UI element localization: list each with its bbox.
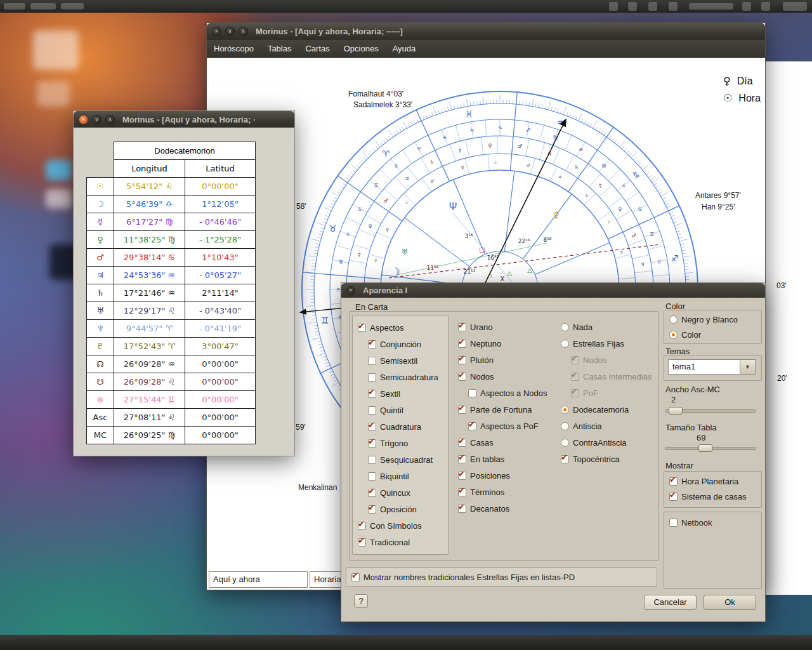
checkbox-casas[interactable]: ✔ [458,439,466,447]
radio-negro-y-blanco[interactable] [669,315,678,324]
checkbox-urano[interactable]: ✔ [458,323,466,331]
checkbox-neptuno[interactable]: ✔ [458,340,466,348]
option-quintil[interactable]: Quintil [353,402,448,418]
radio-estrellas-fijas[interactable] [561,340,569,348]
option-mostrar-nombres-tradicionales-estrellas-fijas-en-listas-pd[interactable]: ✔Mostrar nombres tradicionales Estrellas… [346,569,657,585]
option-decanatos[interactable]: ✔Decanatos [453,500,547,517]
option-antiscia[interactable]: Antiscia [556,418,652,434]
option-posiciones[interactable]: ✔Posiciones [453,467,547,484]
checkbox-sesquicuadrat[interactable] [368,456,376,464]
checkbox-pof[interactable]: ✔ [571,389,579,397]
option-aspectos[interactable]: ✔Aspectos [353,319,448,336]
checkbox-nodos[interactable]: ✔ [571,356,579,364]
checkbox-oposicion[interactable]: ✔ [368,505,376,514]
tamano-slider-handle[interactable] [698,444,712,452]
option-hora-planetaria[interactable]: ✔Hora Planetaria [664,474,761,489]
tray-icon[interactable] [742,2,751,11]
checkbox-en-tablas[interactable]: ✔ [458,455,466,463]
checkbox-terminos[interactable]: ✔ [458,488,466,496]
radio-nada[interactable] [561,323,569,331]
checkbox-aspectos-a-nodos[interactable] [468,389,476,397]
chevron-down-icon[interactable]: ▼ [740,359,756,375]
radio-dodecatemoria[interactable] [561,406,569,414]
option-aspectos-a-pof[interactable]: ✔Aspectos a PoF [453,418,547,434]
cancel-button[interactable]: Cancelar [644,595,697,610]
radio-contraantiscia[interactable] [561,439,569,447]
option-con-simbolos[interactable]: ✔Con Símbolos [353,517,448,534]
minimize-button[interactable]: ∨ [92,115,102,124]
checkbox-aspectos[interactable]: ✔ [358,324,366,332]
option-sistema-de-casas[interactable]: ✔Sistema de casas [664,489,761,504]
option-biquintil[interactable]: Biquintil [353,468,448,484]
minimize-button[interactable]: ∨ [225,27,235,36]
checkbox-sistema-de-casas[interactable]: ✔ [669,493,678,501]
option-sextil[interactable]: ✔Sextil [353,385,448,402]
option-nada[interactable]: Nada [556,319,652,335]
checkbox-posiciones[interactable]: ✔ [458,472,466,480]
checkbox-quintil[interactable] [368,406,376,415]
maximize-button[interactable]: ∧ [105,115,115,124]
option-en-tablas[interactable]: ✔En tablas [453,451,547,467]
tray-icon[interactable] [669,2,678,11]
option-conjuncion[interactable]: ✔Conjunción [353,336,448,352]
checkbox-biquintil[interactable] [368,472,376,481]
option-casas[interactable]: ✔Casas [453,434,547,451]
panel-menu-item[interactable] [4,3,25,10]
checkbox-casas-intermedias[interactable]: ✔ [571,373,579,381]
option-semicuadratura[interactable]: Semicuadratura [353,369,448,385]
ok-button[interactable]: Ok [704,595,756,610]
checkbox-topocentrica[interactable]: ✔ [561,455,569,463]
checkbox-trigono[interactable]: ✔ [368,439,376,448]
menu-cartas[interactable]: Cartas [298,40,336,58]
option-oposicion[interactable]: ✔Oposición [353,501,448,517]
status-field-location[interactable]: Aquí y ahora [209,571,308,588]
checkbox-decanatos[interactable]: ✔ [458,505,466,513]
checkbox-semisextil[interactable] [368,357,376,365]
dialog-titlebar[interactable]: × Aparencia I [341,283,765,298]
checkbox-pluton[interactable]: ✔ [458,356,466,364]
checkbox-tradicional[interactable]: ✔ [358,538,366,547]
option-terminos[interactable]: ✔Términos [453,484,547,500]
option-estrellas-fijas[interactable]: Estrellas Fijas [556,335,652,352]
help-button[interactable]: ? [354,594,368,608]
option-trigono[interactable]: ✔Trígono [353,435,448,451]
option-pof[interactable]: ✔PoF [556,385,652,401]
option-quincux[interactable]: ✔Quincux [353,484,448,501]
menu-ayuda[interactable]: Ayuda [386,40,423,58]
checkbox-aspectos-a-pof[interactable]: ✔ [468,422,476,430]
option-tradicional[interactable]: ✔Tradicional [353,534,448,550]
option-sesquicuadrat[interactable]: Sesquicuadrat [353,451,448,468]
option-neptuno[interactable]: ✔Neptuno [453,335,547,352]
maximize-button[interactable]: ∧ [239,27,248,36]
panel-menu-item[interactable] [30,3,56,10]
checkbox-conjuncion[interactable]: ✔ [368,340,376,348]
close-button[interactable]: × [79,115,88,124]
checkbox-con-simbolos[interactable]: ✔ [358,522,366,530]
menu-opciones[interactable]: Opciones [337,40,386,58]
checkbox-cuadratura[interactable]: ✔ [368,423,376,431]
option-netbook[interactable]: Netbook [664,515,761,530]
checkbox-nodos[interactable]: ✔ [458,373,466,381]
panel-clock[interactable] [689,3,733,10]
option-contraantiscia[interactable]: ContraAntiscia [556,434,652,451]
radio-color[interactable] [669,331,678,339]
tray-icon[interactable] [609,2,618,11]
checkbox-quincux[interactable]: ✔ [368,489,376,497]
option-semisextil[interactable]: Semisextil [353,352,448,369]
checkbox-mostrar-nombres-tradicionales-estrellas-fijas-en-listas-pd[interactable]: ✔ [351,573,360,581]
radio-antiscia[interactable] [561,422,569,430]
menu-tablas[interactable]: Tablas [261,40,299,58]
option-pluton[interactable]: ✔Plutón [453,352,547,368]
tema-combo[interactable]: tema1 ▼ [668,359,756,375]
checkbox-semicuadratura[interactable] [368,373,376,381]
table-titlebar[interactable]: × ∨ ∧ Morinus - [Aquí y ahora, Horaria; … [74,111,294,128]
menu-horoscopo[interactable]: Horóscopo [207,40,261,58]
session-menu[interactable] [783,2,807,11]
option-urano[interactable]: ✔Urano [453,319,547,335]
checkbox-hora-planetaria[interactable]: ✔ [669,477,678,486]
checkbox-netbook[interactable] [669,519,678,527]
option-color[interactable]: Color [664,327,761,342]
option-casas-intermedias[interactable]: ✔Casas Intermedias [556,368,652,385]
option-nodos[interactable]: ✔Nodos [556,352,652,368]
ancho-slider-handle[interactable] [669,407,683,415]
